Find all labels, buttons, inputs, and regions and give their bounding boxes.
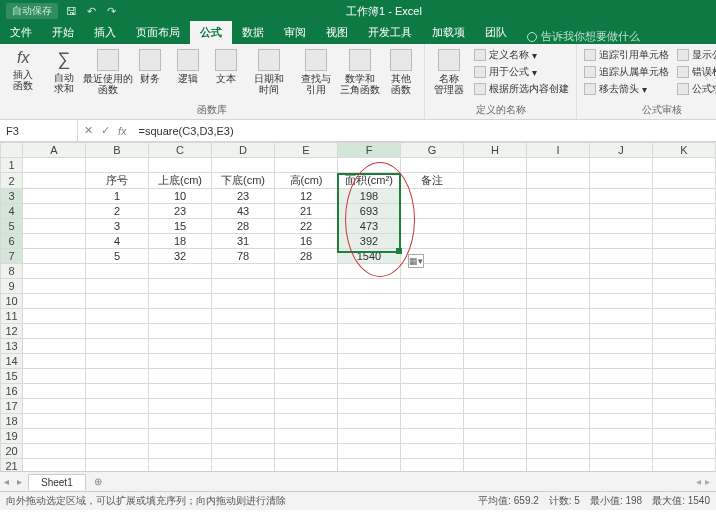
cell-D11[interactable] bbox=[212, 309, 275, 324]
cell-K1[interactable] bbox=[653, 158, 716, 173]
autosum-button[interactable]: ∑自动求和 bbox=[45, 47, 81, 96]
cell-C9[interactable] bbox=[149, 279, 212, 294]
cell-I17[interactable] bbox=[527, 399, 590, 414]
cell-B15[interactable] bbox=[86, 369, 149, 384]
cell-F14[interactable] bbox=[338, 354, 401, 369]
cell-G13[interactable] bbox=[401, 339, 464, 354]
cell-K9[interactable] bbox=[653, 279, 716, 294]
cell-C20[interactable] bbox=[149, 444, 212, 459]
row-header-21[interactable]: 21 bbox=[1, 459, 23, 473]
autofill-options-button[interactable]: ▦▾ bbox=[408, 254, 424, 268]
hscroll-right[interactable]: ▸ bbox=[705, 476, 710, 487]
cell-E18[interactable] bbox=[275, 414, 338, 429]
cell-I1[interactable] bbox=[527, 158, 590, 173]
cell-D15[interactable] bbox=[212, 369, 275, 384]
cell-D7[interactable]: 78 bbox=[212, 249, 275, 264]
cell-H7[interactable] bbox=[464, 249, 527, 264]
show-formulas-button[interactable]: 显示公式 bbox=[675, 47, 716, 63]
cell-E21[interactable] bbox=[275, 459, 338, 473]
cell-E16[interactable] bbox=[275, 384, 338, 399]
row-header-2[interactable]: 2 bbox=[1, 173, 23, 189]
name-box[interactable]: F3 bbox=[0, 120, 78, 141]
cell-K18[interactable] bbox=[653, 414, 716, 429]
cell-A2[interactable] bbox=[23, 173, 86, 189]
row-header-20[interactable]: 20 bbox=[1, 444, 23, 459]
cell-C8[interactable] bbox=[149, 264, 212, 279]
cell-D3[interactable]: 23 bbox=[212, 189, 275, 204]
redo-icon[interactable]: ↷ bbox=[104, 4, 118, 18]
sheet-grid[interactable]: ABCDEFGHIJK12序号上底(cm)下底(cm)高(cm)面积(cm²)备… bbox=[0, 142, 716, 472]
cell-I10[interactable] bbox=[527, 294, 590, 309]
save-icon[interactable]: 🖫 bbox=[64, 4, 78, 18]
cell-I6[interactable] bbox=[527, 234, 590, 249]
cell-F15[interactable] bbox=[338, 369, 401, 384]
tab-file[interactable]: 文件 bbox=[0, 21, 42, 44]
cell-E12[interactable] bbox=[275, 324, 338, 339]
cell-I16[interactable] bbox=[527, 384, 590, 399]
cell-G12[interactable] bbox=[401, 324, 464, 339]
cell-D16[interactable] bbox=[212, 384, 275, 399]
cell-A3[interactable] bbox=[23, 189, 86, 204]
cell-D20[interactable] bbox=[212, 444, 275, 459]
cell-H12[interactable] bbox=[464, 324, 527, 339]
cell-K15[interactable] bbox=[653, 369, 716, 384]
cell-C16[interactable] bbox=[149, 384, 212, 399]
col-header-F[interactable]: F bbox=[338, 143, 401, 158]
cell-A15[interactable] bbox=[23, 369, 86, 384]
cell-J12[interactable] bbox=[590, 324, 653, 339]
cell-F4[interactable]: 693 bbox=[338, 204, 401, 219]
cell-B2[interactable]: 序号 bbox=[86, 173, 149, 189]
row-header-9[interactable]: 9 bbox=[1, 279, 23, 294]
row-header-4[interactable]: 4 bbox=[1, 204, 23, 219]
cell-A5[interactable] bbox=[23, 219, 86, 234]
cell-G10[interactable] bbox=[401, 294, 464, 309]
cell-J11[interactable] bbox=[590, 309, 653, 324]
cell-J10[interactable] bbox=[590, 294, 653, 309]
cell-A1[interactable] bbox=[23, 158, 86, 173]
cell-D17[interactable] bbox=[212, 399, 275, 414]
sheet-tab[interactable]: Sheet1 bbox=[28, 474, 86, 490]
cell-H8[interactable] bbox=[464, 264, 527, 279]
tab-data[interactable]: 数据 bbox=[232, 21, 274, 44]
cell-H16[interactable] bbox=[464, 384, 527, 399]
cell-A13[interactable] bbox=[23, 339, 86, 354]
cell-A6[interactable] bbox=[23, 234, 86, 249]
cell-B5[interactable]: 3 bbox=[86, 219, 149, 234]
cell-I20[interactable] bbox=[527, 444, 590, 459]
cell-B17[interactable] bbox=[86, 399, 149, 414]
cell-C12[interactable] bbox=[149, 324, 212, 339]
cell-J9[interactable] bbox=[590, 279, 653, 294]
cell-K8[interactable] bbox=[653, 264, 716, 279]
cell-I21[interactable] bbox=[527, 459, 590, 473]
cell-H15[interactable] bbox=[464, 369, 527, 384]
name-manager-button[interactable]: 名称 管理器 bbox=[430, 47, 468, 97]
cell-F12[interactable] bbox=[338, 324, 401, 339]
cell-F8[interactable] bbox=[338, 264, 401, 279]
cell-C11[interactable] bbox=[149, 309, 212, 324]
cell-C13[interactable] bbox=[149, 339, 212, 354]
cell-H6[interactable] bbox=[464, 234, 527, 249]
tab-layout[interactable]: 页面布局 bbox=[126, 21, 190, 44]
cell-I5[interactable] bbox=[527, 219, 590, 234]
row-header-12[interactable]: 12 bbox=[1, 324, 23, 339]
financial-button[interactable]: 财务 bbox=[133, 47, 167, 86]
cell-B12[interactable] bbox=[86, 324, 149, 339]
cell-B18[interactable] bbox=[86, 414, 149, 429]
cell-I9[interactable] bbox=[527, 279, 590, 294]
tab-dev[interactable]: 开发工具 bbox=[358, 21, 422, 44]
cell-D13[interactable] bbox=[212, 339, 275, 354]
cell-J21[interactable] bbox=[590, 459, 653, 473]
cell-C18[interactable] bbox=[149, 414, 212, 429]
cell-E10[interactable] bbox=[275, 294, 338, 309]
cell-E6[interactable]: 16 bbox=[275, 234, 338, 249]
cell-H10[interactable] bbox=[464, 294, 527, 309]
cell-H21[interactable] bbox=[464, 459, 527, 473]
autosave-chip[interactable]: 自动保存 bbox=[6, 3, 58, 19]
select-all-button[interactable] bbox=[1, 143, 23, 158]
cell-I15[interactable] bbox=[527, 369, 590, 384]
cell-B16[interactable] bbox=[86, 384, 149, 399]
cell-G6[interactable] bbox=[401, 234, 464, 249]
cell-E11[interactable] bbox=[275, 309, 338, 324]
cell-G21[interactable] bbox=[401, 459, 464, 473]
cell-D6[interactable]: 31 bbox=[212, 234, 275, 249]
